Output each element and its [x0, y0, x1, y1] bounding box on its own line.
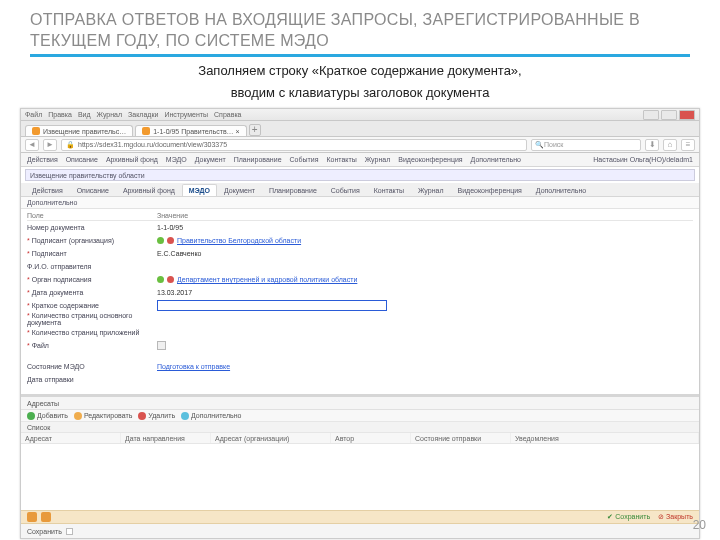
menu-history[interactable]: Журнал [97, 111, 123, 118]
orange-icon[interactable] [41, 512, 51, 522]
window-minimize[interactable] [643, 110, 659, 120]
tab-planning[interactable]: Планирование [262, 184, 324, 196]
topbar-item[interactable]: МЭДО [166, 156, 187, 163]
favicon-icon [32, 127, 40, 135]
document-header: Извещение правительству области [25, 169, 695, 181]
menu-view[interactable]: Вид [78, 111, 91, 118]
label-main-pages: *Количество страниц основного документа [27, 312, 157, 326]
stop-icon[interactable] [167, 276, 174, 283]
search-placeholder: Поиск [544, 141, 563, 148]
add-button[interactable]: Добавить [27, 412, 68, 420]
col-author[interactable]: Автор [331, 433, 411, 443]
value-doc-number: 1-1-0/95 [157, 224, 693, 231]
gear-icon [181, 412, 189, 420]
nav-back[interactable]: ◄ [25, 139, 39, 151]
save-button-2[interactable]: Сохранить [27, 528, 62, 535]
topbar-item[interactable]: Действия [27, 156, 58, 163]
favicon-icon [142, 127, 150, 135]
col-notify[interactable]: Уведомления [511, 433, 699, 443]
col-send-state[interactable]: Состояние отправки [411, 433, 511, 443]
delete-button[interactable]: Удалить [138, 412, 175, 420]
value-signer: Е.С.Савченко [157, 250, 693, 257]
bottom-bar: Сохранить [21, 524, 699, 538]
new-tab-button[interactable]: + [249, 124, 261, 136]
browser-tab-2[interactable]: 1-1-0/95 Правительств… × [135, 125, 246, 136]
pencil-icon [74, 412, 82, 420]
label-doc-date: *Дата документа [27, 289, 157, 296]
recipients-subtab[interactable]: Список [21, 422, 699, 433]
topbar-item[interactable]: Архивный фонд [106, 156, 158, 163]
col-value: Значение [157, 212, 188, 219]
stop-icon[interactable] [167, 237, 174, 244]
topbar-item[interactable]: Описание [66, 156, 98, 163]
firefox-toolbar: ◄ ► 🔒https://sdex31.mgdou.ru/document/vi… [21, 137, 699, 153]
tab-actions[interactable]: Действия [25, 184, 70, 196]
tab-document[interactable]: Документ [217, 184, 262, 196]
tab-log[interactable]: Журнал [411, 184, 451, 196]
go-icon[interactable] [157, 237, 164, 244]
label-sign-org: *Подписант (организация) [27, 237, 157, 244]
col-org[interactable]: Адресат (организации) [211, 433, 331, 443]
grid-header: Адресат Дата направления Адресат (органи… [21, 433, 699, 444]
edit-button[interactable]: Редактировать [74, 412, 132, 420]
summary-input[interactable] [157, 300, 387, 311]
label-doc-number: Номер документа [27, 224, 157, 231]
save-button[interactable]: ✔ Сохранить [607, 513, 650, 521]
save-dropdown[interactable] [66, 528, 73, 535]
menu-icon[interactable]: ≡ [681, 139, 695, 151]
window-close[interactable] [679, 110, 695, 120]
more-button[interactable]: Дополнительно [181, 412, 241, 420]
downloads-icon[interactable]: ⬇ [645, 139, 659, 151]
app-tabbar: Действия Описание Архивный фонд МЭДО Док… [21, 183, 699, 197]
home-icon[interactable]: ⌂ [663, 139, 677, 151]
menu-file[interactable]: Файл [25, 111, 42, 118]
value-sign-org[interactable]: Правительство Белгородской области [177, 237, 301, 244]
recipients-title: Адресаты [21, 397, 699, 410]
menu-bookmarks[interactable]: Закладки [128, 111, 158, 118]
divider [30, 54, 690, 57]
value-doc-date: 13.03.2017 [157, 289, 693, 296]
slide-number: 20 [693, 518, 706, 532]
form-header: Поле Значение [27, 211, 693, 221]
label-sender-fio: Ф.И.О. отправителя [27, 263, 157, 270]
tab-events[interactable]: События [324, 184, 367, 196]
tab-medo[interactable]: МЭДО [182, 184, 217, 196]
address-bar[interactable]: 🔒https://sdex31.mgdou.ru/document/view/3… [61, 139, 527, 151]
form-area: Поле Значение Номер документа1-1-0/95 *П… [21, 209, 699, 390]
caption-line-1: Заполняем строку «Краткое содержание док… [0, 63, 720, 80]
menu-help[interactable]: Справка [214, 111, 241, 118]
topbar-item[interactable]: Видеоконференция [398, 156, 462, 163]
section-expand[interactable]: Дополнительно [21, 197, 699, 209]
tab-description[interactable]: Описание [70, 184, 116, 196]
tab-label: Извещение правительс… [43, 128, 126, 135]
url-text: https://sdex31.mgdou.ru/document/view/30… [78, 141, 227, 148]
file-picker-icon[interactable] [157, 341, 166, 350]
menu-tools[interactable]: Инструменты [164, 111, 208, 118]
tab-extra[interactable]: Дополнительно [529, 184, 593, 196]
window-maximize[interactable] [661, 110, 677, 120]
orange-icon[interactable] [27, 512, 37, 522]
app-topbar: Действия Описание Архивный фонд МЭДО Док… [21, 153, 699, 167]
tab-contacts[interactable]: Контакты [367, 184, 411, 196]
search-box[interactable]: 🔍 Поиск [531, 139, 641, 151]
go-icon[interactable] [157, 276, 164, 283]
topbar-item[interactable]: События [290, 156, 319, 163]
topbar-item[interactable]: Контакты [326, 156, 356, 163]
value-sign-dept[interactable]: Департамент внутренней и кадровой полити… [177, 276, 357, 283]
topbar-item[interactable]: Журнал [365, 156, 391, 163]
col-addressee[interactable]: Адресат [21, 433, 121, 443]
value-medo-state[interactable]: Подготовка к отправке [157, 363, 230, 370]
nav-forward[interactable]: ► [43, 139, 57, 151]
firefox-tabbar: Извещение правительс… 1-1-0/95 Правитель… [21, 121, 699, 137]
tab-video[interactable]: Видеоконференция [450, 184, 528, 196]
browser-tab-1[interactable]: Извещение правительс… [25, 125, 133, 136]
col-send-date[interactable]: Дата направления [121, 433, 211, 443]
recipients-toolbar: Добавить Редактировать Удалить Дополните… [21, 410, 699, 422]
browser-window: Файл Правка Вид Журнал Закладки Инструме… [20, 108, 700, 539]
topbar-item[interactable]: Планирование [234, 156, 282, 163]
topbar-item[interactable]: Дополнительно [471, 156, 521, 163]
tab-archive[interactable]: Архивный фонд [116, 184, 182, 196]
topbar-item[interactable]: Документ [195, 156, 226, 163]
close-button[interactable]: ⊘ Закрыть [658, 513, 693, 521]
menu-edit[interactable]: Правка [48, 111, 72, 118]
